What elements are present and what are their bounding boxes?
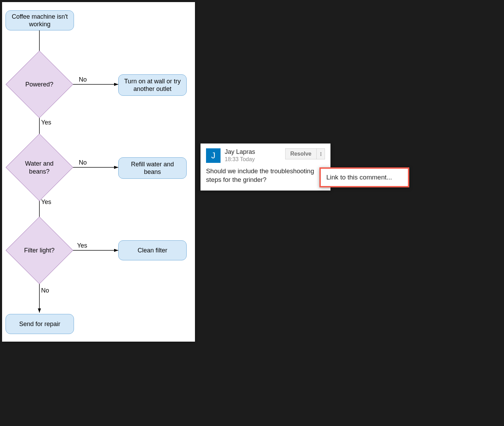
node-send-repair[interactable]: Send for repair xyxy=(6,314,74,334)
comment-body: Should we include the troubleshooting st… xyxy=(206,167,325,184)
node-powered-decision[interactable]: Powered? xyxy=(6,50,73,118)
edge-filter-yes: Yes xyxy=(77,242,87,249)
node-refill-label: Refill water and beans xyxy=(122,160,183,176)
comment-header: J Jay Lapras 18:33 Today Resolve ▪▪▪ xyxy=(206,148,325,163)
node-water-beans-label: Water and beans? xyxy=(16,160,63,175)
edge-powered-yes: Yes xyxy=(41,119,51,126)
node-turn-on-label: Turn on at wall or try another outlet xyxy=(122,77,183,93)
node-filter-light-label: Filter light? xyxy=(16,247,63,254)
resolve-button[interactable]: Resolve xyxy=(285,148,317,159)
comment-timestamp: 18:33 Today xyxy=(225,156,281,163)
node-filter-light-decision[interactable]: Filter light? xyxy=(6,216,73,284)
node-send-repair-label: Send for repair xyxy=(19,320,60,328)
comment-context-menu[interactable]: Link to this comment... xyxy=(319,167,409,187)
node-turn-on[interactable]: Turn on at wall or try another outlet xyxy=(118,74,187,96)
node-water-beans-decision[interactable]: Water and beans? xyxy=(6,133,73,201)
edge-powered-no: No xyxy=(79,76,87,83)
comment-card[interactable]: J Jay Lapras 18:33 Today Resolve ▪▪▪ Sho… xyxy=(200,143,330,191)
edge-filter-no: No xyxy=(41,287,49,294)
node-start-label: Coffee machine isn't working xyxy=(9,13,70,28)
node-clean-filter-label: Clean filter xyxy=(138,247,167,254)
node-powered-label: Powered? xyxy=(16,81,63,89)
flowchart-canvas[interactable]: Coffee machine isn't working Powered? No… xyxy=(2,2,195,342)
avatar-initial: J xyxy=(211,151,215,160)
avatar[interactable]: J xyxy=(206,148,221,163)
node-start[interactable]: Coffee machine isn't working xyxy=(6,10,74,30)
vertical-dots-icon: ▪▪▪ xyxy=(320,152,321,156)
node-clean-filter[interactable]: Clean filter xyxy=(118,240,187,260)
menu-item-link-to-comment[interactable]: Link to this comment... xyxy=(326,174,402,181)
comment-menu-button[interactable]: ▪▪▪ xyxy=(317,148,325,159)
edge-water-yes: Yes xyxy=(41,198,51,206)
edge-water-no: No xyxy=(79,159,87,166)
comment-author: Jay Lapras xyxy=(225,148,281,156)
comment-meta: Jay Lapras 18:33 Today xyxy=(225,148,281,163)
node-refill[interactable]: Refill water and beans xyxy=(118,157,187,179)
comment-actions: Resolve ▪▪▪ xyxy=(285,148,325,159)
